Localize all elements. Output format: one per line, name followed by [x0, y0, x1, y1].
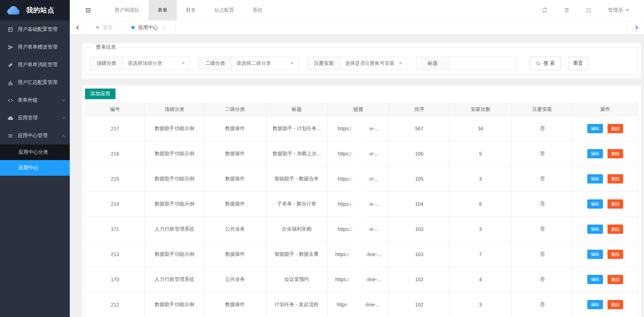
edit-button[interactable]: 编辑 — [587, 275, 603, 284]
cell-top-category: 人力行政管理系统 — [145, 267, 204, 292]
delete-button[interactable]: 删除 — [608, 124, 623, 133]
cell-top-category: 数据助手功能示例 — [145, 166, 204, 192]
nav-tab-system[interactable]: 系统 — [243, 0, 272, 20]
search-panel: 搜索信息 顶级分类 请选择顶级分类 二级分类 请选择二级 — [82, 43, 641, 78]
cell-id: 170 — [85, 267, 145, 292]
delete-button[interactable]: 删除 — [608, 199, 623, 209]
sidebar-item-form-links[interactable]: 表单外链 — [0, 91, 70, 109]
sub-category-group: 二级分类 请选择二级分类 — [198, 57, 298, 70]
sidebar-subitem-app-center[interactable]: 应用中心 — [0, 160, 70, 176]
cell-title: 会议室预约 — [266, 267, 328, 292]
user-menu[interactable]: 管理员 — [608, 7, 629, 13]
redaction-blur — [351, 122, 369, 135]
cell-sub-category: 数据操作 — [204, 166, 266, 192]
register-install-select[interactable]: 选择是否注册账号安装 — [340, 57, 407, 70]
edit-button[interactable]: 编辑 — [587, 174, 603, 183]
top-category-select[interactable]: 请选择顶级分类 — [123, 57, 190, 70]
add-app-button[interactable]: 添加应用 — [85, 89, 115, 99]
cell-registered: 否 — [512, 116, 573, 141]
search-form-row: 顶级分类 请选择顶级分类 二级分类 请选择二级分类 — [90, 57, 633, 70]
cell-sub-category: 数据操作 — [204, 141, 266, 166]
chevron-down-icon — [626, 9, 629, 11]
sidebar-item-user-summary[interactable]: 用户汇总配置管理 — [0, 74, 70, 91]
cell-top-category: 数据助手功能示例 — [145, 242, 204, 267]
cell-id: 171 — [85, 217, 145, 242]
table-row: 216 数据助手功能示例 数据操作 数据助手 - 加载上次... https:/… — [85, 141, 638, 166]
sidebar-item-form-gift[interactable]: 用户表单赠送管理 — [0, 38, 70, 56]
col-header-registered: 注册安装 — [512, 103, 573, 116]
delete-button[interactable]: 删除 — [608, 250, 623, 259]
collapse-sidebar-icon[interactable] — [85, 7, 92, 14]
cell-sub-category: 数据操作 — [204, 292, 266, 317]
tabs-scroll-left-icon[interactable] — [70, 21, 87, 34]
nav-tab-forms[interactable]: 表单 — [148, 0, 177, 20]
search-button[interactable]: 搜 索 — [530, 57, 561, 70]
cell-registered: 否 — [512, 242, 573, 267]
cell-sub-category: 数据操作 — [204, 192, 266, 217]
edit-button[interactable]: 编辑 — [587, 300, 603, 309]
cell-installs: 3 — [450, 292, 512, 317]
delete-button[interactable]: 删除 — [608, 300, 623, 309]
list-icon — [7, 132, 13, 139]
cell-sort: 567 — [389, 116, 450, 141]
delete-button[interactable]: 删除 — [608, 174, 623, 183]
tabs-scroll-right-icon[interactable] — [627, 21, 644, 34]
cell-title: 数据助手 - 加载上次... — [266, 141, 328, 166]
fullscreen-icon[interactable] — [586, 7, 592, 13]
nav-tab-site-config[interactable]: 站点配置 — [205, 0, 243, 20]
edit-button[interactable]: 编辑 — [587, 250, 603, 259]
sidebar-item-label: 应用中心管理 — [18, 132, 47, 139]
cell-actions: 编辑 删除 — [573, 141, 638, 166]
sidebar-item-app-center-manage[interactable]: 应用中心管理 — [0, 127, 70, 145]
navbar-right: 管理员 — [542, 7, 644, 13]
cell-installs: 4 — [450, 267, 512, 292]
title-input[interactable] — [449, 57, 516, 70]
app-center-submenu: 应用中心分类 应用中心 — [0, 145, 70, 176]
col-header-title: 标题 — [266, 103, 328, 116]
page-tabbar: 首页 应用中心 × — [70, 21, 644, 35]
cell-actions: 编辑 删除 — [573, 292, 638, 317]
delete-button[interactable]: 删除 — [608, 225, 623, 234]
brand-title: 我的站点 — [26, 6, 55, 15]
delete-button[interactable]: 删除 — [608, 275, 623, 284]
delete-button[interactable]: 删除 — [608, 149, 623, 158]
nav-tab-users-teams[interactable]: 用户和团队 — [105, 0, 148, 20]
refresh-icon[interactable] — [542, 7, 548, 13]
trash-icon[interactable] — [564, 7, 570, 13]
edit-button[interactable]: 编辑 — [587, 149, 603, 158]
edit-button[interactable]: 编辑 — [587, 199, 603, 209]
cell-actions: 编辑 删除 — [573, 116, 638, 141]
sidebar-subitem-app-center-category[interactable]: 应用中心分类 — [0, 145, 70, 160]
reset-button[interactable]: 重置 — [568, 57, 588, 70]
tab-app-center[interactable]: 应用中心 × — [122, 21, 176, 34]
page-content: 搜索信息 顶级分类 请选择顶级分类 二级分类 请选择二级 — [70, 35, 644, 317]
cell-installs: 6 — [450, 192, 512, 217]
nav-tab-finance[interactable]: 财务 — [177, 0, 205, 20]
cell-link: https:nline-... — [328, 292, 389, 317]
register-install-label: 注册安装 — [307, 57, 341, 70]
edit-button[interactable]: 编辑 — [587, 124, 603, 133]
redaction-blur — [347, 298, 366, 311]
sub-category-label: 二级分类 — [198, 57, 232, 70]
sidebar-item-form-consume[interactable]: 用户表单消耗管理 — [0, 56, 70, 74]
table-row: 214 数据助手功能示例 数据操作 子表单 - 聚合计算 https://ne-… — [85, 192, 638, 217]
sidebar-item-label: 表单外链 — [18, 97, 38, 103]
cell-registered: 否 — [512, 292, 573, 317]
table-row: 212 数据助手功能示例 数据操作 计划任务 - 发起流程 https:nlin… — [85, 292, 638, 317]
cell-link: https://ne-... — [328, 116, 389, 141]
bar-chart-icon — [7, 79, 13, 86]
chevron-down-icon — [290, 62, 294, 64]
close-icon[interactable]: × — [163, 25, 166, 30]
sidebar-item-user-base-config[interactable]: 用户基础配置管理 — [0, 21, 70, 38]
search-icon — [536, 61, 541, 66]
search-fieldset: 搜索信息 顶级分类 请选择顶级分类 二级分类 请选择二级 — [85, 44, 638, 75]
edit-button[interactable]: 编辑 — [587, 225, 603, 234]
sidebar-item-label: 用户基础配置管理 — [18, 26, 57, 33]
chevron-down-icon — [181, 62, 185, 64]
table-row: 171 人力行政管理系统 公共业务 企业福利采购 https://ne-... … — [85, 217, 638, 242]
cell-sort: 103 — [389, 217, 450, 242]
cell-actions: 编辑 删除 — [573, 166, 638, 192]
sub-category-select[interactable]: 请选择二级分类 — [232, 57, 298, 70]
sidebar-item-app-manage[interactable]: 应用管理 — [0, 109, 70, 127]
tab-home[interactable]: 首页 — [87, 21, 122, 34]
